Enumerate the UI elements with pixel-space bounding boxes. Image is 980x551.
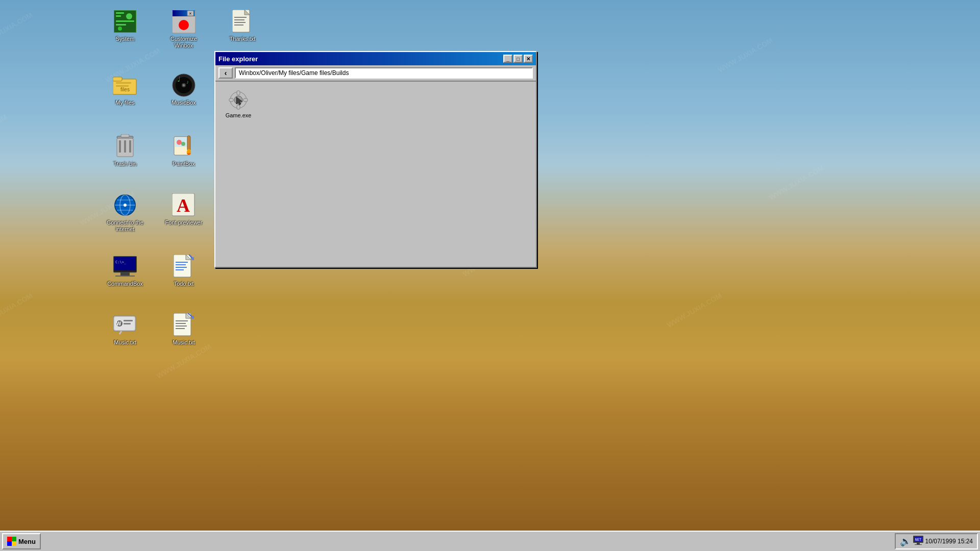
tray-speaker-icon[interactable]: 🔊 — [900, 536, 911, 547]
back-button[interactable]: ‹ — [218, 67, 233, 79]
system-icon — [113, 9, 137, 34]
todo-txt-icon-label: Todo.txt — [174, 281, 194, 287]
font-previewer-icon: A — [172, 193, 196, 217]
trash-bin-icon — [113, 134, 137, 159]
customize-winbox-icon: ✕ — [172, 9, 196, 34]
svg-rect-94 — [915, 544, 922, 545]
svg-point-3 — [126, 13, 132, 19]
desktop-icon-todo-txt[interactable]: Todo.txt — [161, 250, 207, 291]
svg-rect-86 — [7, 537, 12, 541]
svg-text:A: A — [177, 195, 190, 216]
start-menu-icon — [7, 537, 16, 546]
svg-rect-28 — [115, 276, 135, 277]
desktop-icon-system[interactable]: System — [102, 5, 148, 46]
svg-rect-88 — [7, 541, 12, 546]
thanks-txt-icon-label: Thanks.txt — [230, 36, 256, 42]
svg-rect-35 — [124, 323, 131, 324]
svg-rect-13 — [121, 134, 129, 137]
my-files-icon: files — [113, 73, 137, 97]
wsn-messenger-icon: W — [113, 313, 137, 337]
file-explorer-window: File explorer _ □ ✕ ‹ — [214, 51, 537, 268]
svg-rect-65 — [176, 262, 188, 263]
svg-rect-2 — [116, 15, 121, 17]
svg-rect-68 — [176, 269, 184, 270]
svg-text:✕: ✕ — [189, 12, 192, 15]
svg-text:NET: NET — [915, 538, 921, 542]
my-files-icon-label: My files — [115, 99, 134, 106]
svg-rect-93 — [917, 543, 920, 544]
svg-rect-84 — [243, 98, 248, 102]
desktop-icon-font-previewer[interactable]: A Font previewer — [161, 189, 207, 230]
taskbar-tray: 🔊 NET 10/07/1999 15:24 — [895, 533, 978, 549]
paintbox-icon-label: PaintBox — [173, 161, 195, 167]
svg-point-51 — [183, 84, 185, 86]
window-maximize-button[interactable]: □ — [513, 55, 523, 63]
svg-rect-47 — [234, 24, 243, 26]
svg-rect-5 — [116, 24, 126, 26]
svg-rect-66 — [176, 264, 186, 265]
todo-txt-icon — [172, 254, 196, 279]
svg-point-56 — [177, 140, 182, 145]
svg-line-33 — [119, 331, 121, 334]
wsn-messenger-icon-label: Music.txt — [114, 339, 136, 346]
svg-rect-44 — [234, 17, 247, 18]
start-menu-button[interactable]: Menu — [2, 533, 41, 549]
desktop-icon-music-txt[interactable]: Music.txt Music.txt — [161, 309, 207, 350]
window-titlebar[interactable]: File explorer _ □ ✕ — [215, 52, 536, 65]
tray-network-icon[interactable]: NET — [913, 536, 923, 547]
address-input[interactable] — [235, 67, 533, 79]
window-minimize-button[interactable]: _ — [503, 55, 512, 63]
svg-text:C:\>_: C:\>_ — [115, 260, 127, 264]
svg-rect-78 — [176, 328, 185, 329]
desktop-icon-my-files[interactable]: files My files — [102, 69, 148, 110]
svg-rect-81 — [237, 91, 240, 95]
desktop-icon-musicbox[interactable]: ♩ ♪ MusicBox — [161, 69, 207, 110]
svg-rect-77 — [176, 325, 187, 327]
taskbar-clock: 10/07/1999 15:24 — [925, 538, 973, 545]
svg-rect-15 — [119, 140, 121, 153]
commandbox-icon: C:\>_ — [113, 254, 137, 279]
svg-rect-16 — [124, 140, 126, 153]
window-close-button[interactable]: ✕ — [524, 55, 533, 63]
svg-rect-83 — [229, 98, 233, 102]
svg-point-23 — [124, 204, 127, 207]
svg-rect-8 — [113, 77, 122, 81]
svg-rect-17 — [129, 140, 131, 153]
thanks-txt-icon — [230, 9, 255, 34]
game-exe-label: Game.exe — [226, 112, 252, 118]
svg-rect-4 — [116, 20, 134, 22]
svg-rect-76 — [176, 323, 186, 324]
svg-rect-45 — [234, 19, 244, 20]
desktop-icon-paintbox[interactable]: PaintBox — [161, 130, 207, 171]
svg-rect-27 — [120, 272, 130, 276]
commandbox-icon-label: CommandBox — [107, 281, 143, 287]
desktop-icon-connect-internet[interactable]: Connect to the internet — [102, 189, 148, 237]
desktop-icon-customize-winbox[interactable]: ✕ Customize Winbox — [161, 5, 207, 53]
svg-text:W: W — [116, 321, 121, 327]
connect-internet-icon-label: Connect to the internet — [105, 219, 145, 233]
music-txt-icon — [172, 313, 196, 337]
svg-point-6 — [118, 27, 122, 31]
font-previewer-icon-label: Font previewer — [165, 219, 203, 226]
svg-text:♩: ♩ — [177, 75, 181, 83]
game-exe-icon — [228, 90, 249, 110]
music-txt-label: Music.txt — [173, 339, 194, 346]
svg-rect-89 — [12, 541, 16, 546]
svg-text:♪: ♪ — [186, 79, 189, 85]
desktop-icon-thanks-txt[interactable]: Thanks.txt — [219, 5, 265, 46]
desktop-icon-wsn-messenger[interactable]: W Music.txt — [102, 309, 148, 350]
svg-rect-67 — [176, 267, 187, 268]
svg-rect-87 — [12, 537, 16, 541]
window-title: File explorer — [218, 55, 258, 63]
desktop-icon-commandbox[interactable]: C:\>_ CommandBox — [102, 250, 148, 291]
trash-bin-icon-label: Trash bin — [113, 161, 136, 167]
taskbar: Menu 🔊 NET 10/07/1999 15:24 — [0, 531, 980, 551]
svg-rect-9 — [116, 82, 131, 84]
file-game-exe[interactable]: Game.exe — [220, 87, 256, 121]
desktop-icon-trash-bin[interactable]: Trash bin — [102, 130, 148, 171]
svg-point-39 — [179, 20, 189, 30]
svg-point-57 — [181, 142, 185, 146]
address-bar: ‹ — [215, 65, 536, 82]
svg-rect-58 — [187, 136, 190, 151]
paintbox-icon — [172, 134, 196, 159]
